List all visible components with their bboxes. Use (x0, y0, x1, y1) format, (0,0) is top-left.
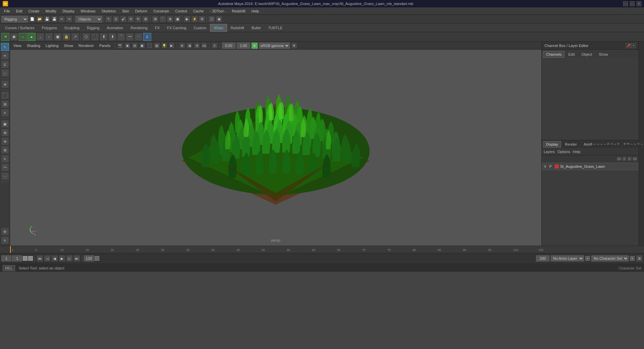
shelf-arrow2-btn[interactable]: ↗ (71, 33, 79, 41)
shelf-cam-btn[interactable]: ▣ (54, 33, 62, 41)
vp-grid-btn[interactable]: ⊞ (132, 43, 138, 49)
lasso-button[interactable]: ⊏ (113, 16, 119, 22)
tab-curves-surfaces[interactable]: Curves / Surfaces (1, 24, 38, 32)
tool-snap[interactable]: ⊕ (1, 80, 9, 88)
step-back-btn[interactable]: ◁ (44, 255, 51, 262)
channel-box-close-btn[interactable]: ✕ (631, 43, 636, 48)
shelf-arrow3-btn[interactable]: ⬆ (100, 33, 108, 41)
playback-end-input[interactable] (84, 255, 94, 261)
menu-edit[interactable]: Edit (13, 8, 25, 14)
shelf-lock-btn[interactable]: 🔒 (62, 33, 70, 41)
layer-next-btn[interactable]: ▷ (627, 156, 632, 161)
vp-menu-shading[interactable]: Shading (25, 43, 42, 48)
tab-xgen[interactable]: XGen (210, 24, 227, 32)
vp-value2-input[interactable] (237, 43, 250, 49)
undo-button[interactable]: ↩ (58, 16, 65, 22)
vp-ao-btn[interactable]: ◔ (194, 43, 200, 49)
tool-lasso[interactable]: ⊏ (1, 60, 9, 68)
menu-create[interactable]: Create (26, 8, 42, 14)
shelf-xgen-btn[interactable]: X (143, 33, 151, 41)
layer-move-back-btn[interactable]: ◁◁ (616, 156, 621, 161)
move-button[interactable]: ✛ (127, 16, 134, 22)
shelf-camera-btn[interactable]: ◉ (10, 33, 18, 41)
close-button[interactable]: ✕ (637, 1, 641, 6)
channel-box-pin-btn[interactable]: 📌 (626, 43, 631, 48)
tab-rendering[interactable]: Rendering (127, 24, 151, 32)
step-fwd-btn[interactable]: ▷ (66, 255, 73, 262)
layer-prev-btn[interactable]: ◁ (622, 156, 627, 161)
range-end-input[interactable] (536, 255, 549, 261)
snap-curve-button[interactable]: ⌒ (159, 16, 166, 22)
tool-group4[interactable]: ⊞ (1, 146, 9, 154)
vp-light-btn[interactable]: 💡 (161, 43, 167, 49)
tab-fx[interactable]: FX (151, 24, 163, 32)
snap-point-button[interactable]: ⊕ (167, 16, 173, 22)
shelf-select-btn[interactable]: ✕ (1, 33, 9, 41)
display-settings1[interactable]: ☐ (208, 16, 215, 22)
display-settings2[interactable]: ◉ (216, 16, 222, 22)
menu-display[interactable]: Display (60, 8, 77, 14)
rotate-button[interactable]: ↻ (135, 16, 142, 22)
select-tool-button[interactable]: ↖ (105, 16, 112, 22)
vp-menu-lighting[interactable]: Lighting (44, 43, 61, 48)
vp-colorspace-select[interactable]: sRGB gamma (259, 43, 290, 49)
vp-tex-btn[interactable]: ▨ (154, 43, 160, 49)
vp-shadow-btn[interactable]: ◑ (186, 43, 193, 49)
tool-group7[interactable]: ⋯ (1, 172, 9, 180)
menu-file[interactable]: File (1, 8, 13, 14)
go-end-btn[interactable]: ⏭ (73, 255, 80, 262)
vp-aa-btn[interactable]: Aa (201, 43, 207, 49)
vp-value1-input[interactable] (222, 43, 235, 49)
tool-bottom2[interactable]: ≡ (1, 236, 9, 244)
tab-redshift[interactable]: Redshift (227, 24, 248, 32)
shelf-bend-btn[interactable]: ⌒ (117, 33, 125, 41)
shelf-polygon-btn[interactable]: ⬡ (82, 33, 90, 41)
tool-group3[interactable]: ⊕ (1, 137, 9, 145)
character-set-select[interactable]: No Character Set (591, 255, 629, 261)
vp-color-swatch[interactable]: ■ (252, 43, 258, 49)
start-frame-input[interactable] (1, 255, 11, 261)
char-set-arrow[interactable]: ▼ (630, 256, 635, 261)
viewport-canvas[interactable]: persp Z X Y (10, 50, 541, 246)
vp-menu-panels[interactable]: Panels (97, 43, 113, 48)
layer-opt-layers[interactable]: Layers (544, 150, 555, 154)
menu-modify[interactable]: Modify (43, 8, 59, 14)
snap-view-button[interactable]: ▣ (174, 16, 181, 22)
menu-help[interactable]: Help (249, 8, 262, 14)
menu-redshift[interactable]: Redshift (229, 8, 248, 14)
tab-fx-caching[interactable]: FX Caching (163, 24, 190, 32)
cb-tab-show[interactable]: Show (596, 51, 611, 58)
anim-layer-arrow[interactable]: ▼ (585, 256, 590, 261)
vp-color-manage-btn[interactable]: ▼ (291, 43, 297, 49)
shelf-dots-btn[interactable]: ⋯ (135, 33, 143, 41)
render-settings-button[interactable]: ⚙ (199, 16, 205, 22)
layer-tab-render[interactable]: Render (562, 141, 580, 148)
save-as-button[interactable]: 💾 (51, 16, 58, 22)
current-frame-input[interactable] (12, 255, 22, 261)
cb-tab-edit[interactable]: Edit (565, 51, 578, 58)
shelf-arrow-btn[interactable]: ↓ (36, 33, 44, 41)
tab-bullet[interactable]: Bullet (248, 24, 265, 32)
menu-cache[interactable]: Cache (191, 8, 207, 14)
new-scene-button[interactable]: 📄 (29, 16, 36, 22)
menu-skin[interactable]: Skin (119, 8, 132, 14)
render-button[interactable]: ▶ (184, 16, 191, 22)
shelf-green-btn[interactable]: ● (28, 33, 36, 41)
tab-custom[interactable]: Custom (190, 24, 210, 32)
layer-row[interactable]: V P St_Augustine_Grass_Lawn (542, 163, 638, 170)
tool-group6[interactable]: 〜 (1, 163, 9, 171)
shelf-wave-btn[interactable]: 〜 (126, 33, 134, 41)
vp-eye-btn[interactable]: ◉ (124, 43, 130, 49)
vp-menu-view[interactable]: View (11, 43, 23, 48)
tool-group2[interactable]: ⊞ (1, 129, 9, 137)
layer-visibility[interactable]: V (544, 165, 548, 168)
cb-tab-object[interactable]: Object (578, 51, 595, 58)
cb-tab-channels[interactable]: Channels (543, 51, 565, 58)
tool-sculpt[interactable]: ◌ (1, 69, 9, 77)
menu-windows[interactable]: Windows (78, 8, 98, 14)
layer-opt-options[interactable]: Options (557, 150, 570, 154)
layer-playback[interactable]: P (549, 165, 553, 168)
tab-rigging[interactable]: Rigging (83, 24, 103, 32)
shelf-down-btn[interactable]: ⬇ (108, 33, 116, 41)
tool-group1[interactable]: ▣ (1, 120, 9, 128)
